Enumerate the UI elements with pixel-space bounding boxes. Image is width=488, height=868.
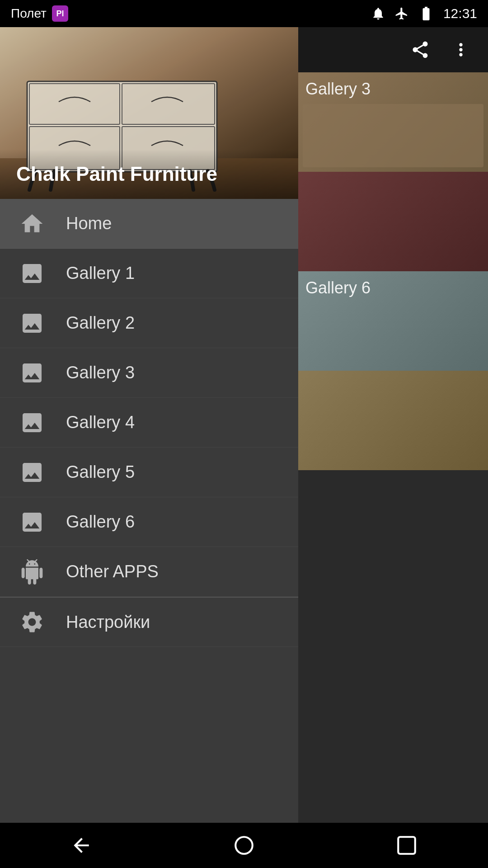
nav-label-gallery4: Gallery 4 xyxy=(66,413,135,432)
image-icon-5 xyxy=(16,457,48,488)
gallery6-label: Gallery 6 xyxy=(305,278,371,297)
more-options-button[interactable] xyxy=(447,36,474,63)
right-grid-item-1: Gallery 3 xyxy=(298,72,488,172)
status-right: 12:31 xyxy=(371,5,477,22)
alarm-icon xyxy=(371,6,385,21)
nav-item-gallery6[interactable]: Gallery 6 xyxy=(0,497,298,547)
pixellab-icon: Pl xyxy=(52,5,68,22)
nav-label-other-apps: Other APPS xyxy=(66,562,159,581)
image-icon-3 xyxy=(16,357,48,389)
gallery3-label: Gallery 3 xyxy=(305,80,371,98)
nav-label-home: Home xyxy=(66,214,112,233)
status-left: Полет Pl xyxy=(11,5,68,22)
settings-icon xyxy=(16,606,48,638)
action-bar xyxy=(298,27,488,72)
nav-item-other-apps[interactable]: Other APPS xyxy=(0,547,298,597)
image-icon-6 xyxy=(16,506,48,538)
pixellab-label: Pl xyxy=(56,9,64,19)
navigation-bar xyxy=(0,823,488,868)
nav-drawer: Chalk Paint Furniture Home Gallery 1 Gal… xyxy=(0,27,298,823)
home-button[interactable] xyxy=(226,827,262,863)
nav-item-home[interactable]: Home xyxy=(0,199,298,249)
status-bar: Полет Pl 12:31 xyxy=(0,0,488,27)
nav-label-gallery2: Gallery 2 xyxy=(66,313,135,333)
nav-label-gallery1: Gallery 1 xyxy=(66,264,135,283)
svg-rect-10 xyxy=(398,837,415,854)
right-thumbnail-grid: Gallery 3 Gallery 6 xyxy=(298,72,488,470)
nav-list: Home Gallery 1 Gallery 2 Gallery 3 xyxy=(0,199,298,823)
android-icon xyxy=(16,556,48,588)
recents-button[interactable] xyxy=(389,827,425,863)
right-grid-item-2 xyxy=(298,172,488,271)
right-grid-item-3: Gallery 6 xyxy=(298,271,488,371)
nav-item-settings[interactable]: Настройки xyxy=(0,597,298,647)
nav-item-gallery2[interactable]: Gallery 2 xyxy=(0,298,298,348)
svg-rect-5 xyxy=(29,84,120,124)
nav-item-gallery1[interactable]: Gallery 1 xyxy=(0,249,298,298)
nav-item-gallery3[interactable]: Gallery 3 xyxy=(0,348,298,398)
image-icon-4 xyxy=(16,407,48,439)
back-button[interactable] xyxy=(63,827,99,863)
nav-label-gallery5: Gallery 5 xyxy=(66,462,135,482)
carrier-text: Полет xyxy=(11,6,47,21)
nav-label-settings: Настройки xyxy=(66,613,150,632)
right-grid-item-4 xyxy=(298,371,488,470)
svg-point-9 xyxy=(235,837,253,854)
nav-label-gallery3: Gallery 3 xyxy=(66,363,135,382)
share-button[interactable] xyxy=(407,36,434,63)
airplane-icon xyxy=(394,6,409,21)
nav-item-gallery5[interactable]: Gallery 5 xyxy=(0,448,298,497)
drawer-header: Chalk Paint Furniture xyxy=(0,27,298,199)
nav-label-gallery6: Gallery 6 xyxy=(66,512,135,532)
image-icon-1 xyxy=(16,258,48,289)
svg-rect-6 xyxy=(122,84,215,124)
nav-item-gallery4[interactable]: Gallery 4 xyxy=(0,398,298,448)
app-title: Chalk Paint Furniture xyxy=(16,163,217,185)
home-icon xyxy=(16,208,48,240)
image-icon-2 xyxy=(16,307,48,339)
battery-icon xyxy=(418,5,434,22)
status-time: 12:31 xyxy=(443,6,477,21)
right-content-panel: Gallery 3 Gallery 6 xyxy=(298,27,488,823)
drawer-header-overlay: Chalk Paint Furniture xyxy=(0,149,298,199)
